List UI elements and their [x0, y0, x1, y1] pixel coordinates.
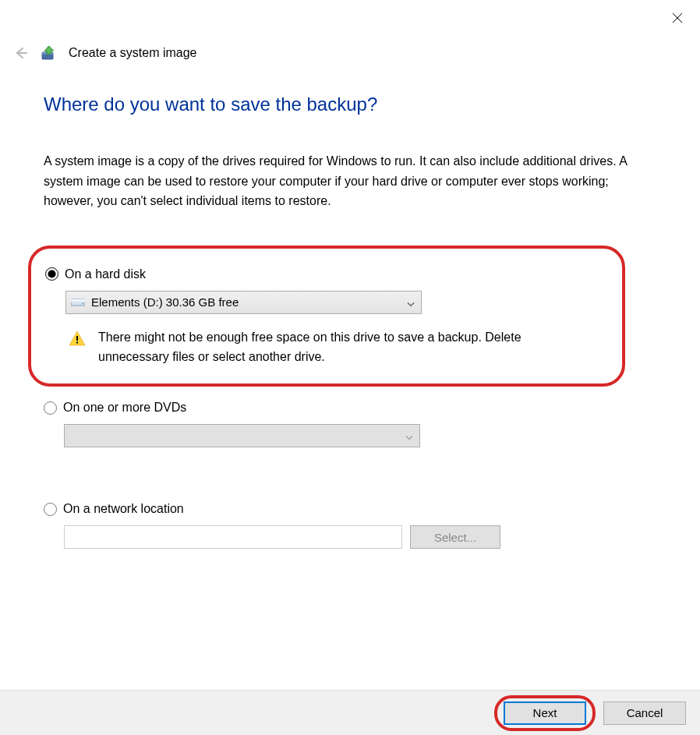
wizard-header: Create a system image [11, 44, 684, 62]
option-hard-disk: On a hard disk Elements (D:) 30.36 GB fr… [45, 267, 594, 367]
cancel-button[interactable]: Cancel [603, 701, 686, 725]
close-icon [673, 13, 682, 23]
back-button[interactable] [11, 44, 30, 62]
radio-network-input[interactable] [44, 503, 57, 516]
footer-bar: Next Cancel [0, 690, 700, 735]
radio-network-label: On a network location [63, 502, 184, 516]
highlight-annotation-harddisk: On a hard disk Elements (D:) 30.36 GB fr… [28, 246, 625, 387]
option-network: On a network location Select... [44, 502, 656, 549]
chevron-down-icon [405, 429, 413, 443]
network-path-input[interactable] [64, 525, 402, 549]
radio-dvd-input[interactable] [44, 401, 57, 415]
warning-text: There might not be enough free space on … [98, 328, 594, 367]
next-button[interactable]: Next [504, 701, 586, 725]
page-heading: Where do you want to save the backup? [44, 94, 656, 115]
close-button[interactable] [659, 5, 695, 30]
network-select-button: Select... [410, 525, 500, 549]
wizard-title: Create a system image [69, 46, 197, 60]
drive-dropdown-value: Elements (D:) 30.36 GB free [91, 295, 239, 309]
system-image-icon [41, 44, 58, 62]
svg-rect-8 [76, 336, 78, 341]
back-arrow-icon [12, 45, 28, 61]
chevron-down-icon [407, 295, 415, 309]
title-bar [0, 0, 700, 31]
dvd-dropdown [64, 424, 420, 447]
page-description: A system image is a copy of the drives r… [44, 151, 636, 211]
radio-network[interactable]: On a network location [44, 502, 656, 516]
svg-rect-6 [71, 299, 85, 302]
radio-hard-disk[interactable]: On a hard disk [45, 267, 594, 281]
highlight-annotation-next: Next [494, 695, 596, 731]
network-body: Select... [44, 525, 656, 549]
radio-dvd-label: On one or more DVDs [63, 401, 186, 415]
radio-hard-disk-label: On a hard disk [65, 267, 146, 281]
radio-hard-disk-input[interactable] [45, 267, 58, 281]
drive-dropdown[interactable]: Elements (D:) 30.36 GB free [65, 291, 422, 314]
warning-icon [69, 330, 86, 346]
hard-drive-icon [71, 297, 85, 308]
radio-dvd[interactable]: On one or more DVDs [44, 401, 656, 415]
warning-row: There might not be enough free space on … [65, 328, 594, 367]
content-area: Where do you want to save the backup? A … [44, 94, 656, 572]
svg-point-7 [82, 302, 83, 304]
option-dvd: On one or more DVDs [44, 401, 656, 447]
svg-rect-9 [76, 341, 78, 343]
dvd-body [44, 424, 656, 447]
hard-disk-body: Elements (D:) 30.36 GB free [45, 291, 594, 367]
